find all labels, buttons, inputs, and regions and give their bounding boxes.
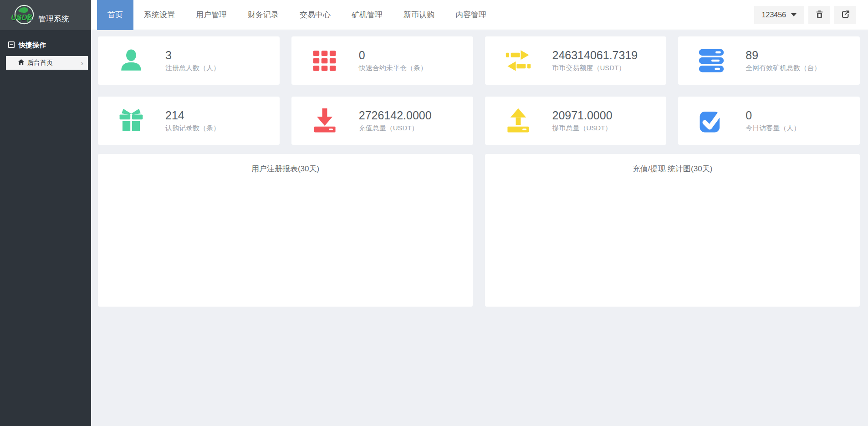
stat-card-coin-trade-volume: 246314061.7319 币币交易额度（USDT） <box>485 36 667 85</box>
stat-label: 今日访客量（人） <box>745 124 800 133</box>
stat-value: 0 <box>359 49 427 62</box>
chart-panels: 用户注册报表(30天) 充值/提现 统计图(30天) <box>98 154 860 307</box>
stat-value: 2726142.0000 <box>359 109 432 122</box>
stat-value: 214 <box>165 109 220 122</box>
stat-card-active-miners: 89 全网有效矿机总数（台） <box>678 36 860 85</box>
stat-card-total-withdrawals: 20971.0000 提币总量（USDT） <box>485 97 667 145</box>
nav-item-new-coin[interactable]: 新币认购 <box>393 0 445 30</box>
stat-value: 89 <box>745 49 821 62</box>
panel-user-registration-chart: 用户注册报表(30天) <box>98 154 473 307</box>
brand-logo: USDZ 管理系统 <box>0 0 91 30</box>
logo-text: USDZ <box>11 13 32 22</box>
nav-item-system-settings[interactable]: 系统设置 <box>133 0 185 30</box>
server-icon <box>698 47 725 74</box>
grid-icon <box>311 47 338 74</box>
stat-card-open-contracts: 0 快速合约未平仓（条） <box>291 36 473 85</box>
gift-icon <box>118 108 144 134</box>
app-title: 管理系统 <box>38 14 69 24</box>
exchange-icon <box>505 47 531 74</box>
stat-value: 3 <box>165 49 220 62</box>
chevron-right-icon: › <box>81 59 83 67</box>
nav-item-user-management[interactable]: 用户管理 <box>185 0 237 30</box>
stat-label: 认购记录数（条） <box>165 124 220 133</box>
stat-label: 全网有效矿机总数（台） <box>745 64 821 72</box>
nav-item-miner-management[interactable]: 矿机管理 <box>341 0 393 30</box>
logout-icon <box>841 10 850 20</box>
nav-item-content-management[interactable]: 内容管理 <box>445 0 497 30</box>
sidebar-item-label: 后台首页 <box>27 59 53 67</box>
stat-label: 快速合约未平仓（条） <box>359 64 427 72</box>
caret-down-icon <box>791 13 797 16</box>
download-icon <box>311 108 338 134</box>
stat-value: 20971.0000 <box>552 109 613 122</box>
trash-button[interactable] <box>808 6 830 24</box>
sidebar: 快捷操作 后台首页 › <box>0 30 91 426</box>
stat-label: 币币交易额度（USDT） <box>552 64 638 72</box>
nav-item-finance-records[interactable]: 财务记录 <box>237 0 289 30</box>
home-icon <box>18 59 25 67</box>
trash-icon <box>815 10 824 20</box>
user-icon <box>118 47 144 74</box>
stat-card-total-deposits: 2726142.0000 充值总量（USDT） <box>291 97 473 145</box>
sidebar-section-header[interactable]: 快捷操作 <box>0 30 91 55</box>
stat-card-today-visitors: 0 今日访客量（人） <box>678 97 860 145</box>
main-content: 3 注册总人数（人） 0 快速合约未平仓（条） <box>91 30 868 426</box>
user-dropdown-button[interactable]: 123456 <box>754 6 804 24</box>
navbar-actions: 123456 <box>754 0 868 30</box>
stat-value: 0 <box>745 109 800 122</box>
minus-square-icon <box>8 41 15 49</box>
stat-label: 提币总量（USDT） <box>552 124 613 133</box>
sidebar-item-admin-home[interactable]: 后台首页 › <box>6 56 88 70</box>
panel-title: 用户注册报表(30天) <box>98 154 473 174</box>
stat-card-registered-users: 3 注册总人数（人） <box>98 36 280 85</box>
stat-label: 注册总人数（人） <box>165 64 220 72</box>
panel-deposit-withdraw-chart: 充值/提现 统计图(30天) <box>485 154 860 307</box>
panel-title: 充值/提现 统计图(30天) <box>485 154 860 174</box>
sidebar-section-title: 快捷操作 <box>19 41 46 50</box>
logout-button[interactable] <box>834 6 856 24</box>
top-navbar: USDZ 管理系统 首页 系统设置 用户管理 财务记录 交易中心 矿机管理 新币… <box>0 0 868 30</box>
stat-cards: 3 注册总人数（人） 0 快速合约未平仓（条） <box>98 36 860 145</box>
check-square-icon <box>698 108 725 134</box>
nav-item-trade-center[interactable]: 交易中心 <box>289 0 341 30</box>
stat-card-subscription-records: 214 认购记录数（条） <box>98 97 280 145</box>
main-nav: 首页 系统设置 用户管理 财务记录 交易中心 矿机管理 新币认购 内容管理 <box>97 0 497 30</box>
nav-item-home[interactable]: 首页 <box>97 0 133 30</box>
user-dropdown-label: 123456 <box>762 11 786 19</box>
stat-label: 充值总量（USDT） <box>359 124 432 133</box>
upload-icon <box>505 108 531 134</box>
globe-logo-icon: USDZ <box>14 3 37 27</box>
stat-value: 246314061.7319 <box>552 49 638 62</box>
